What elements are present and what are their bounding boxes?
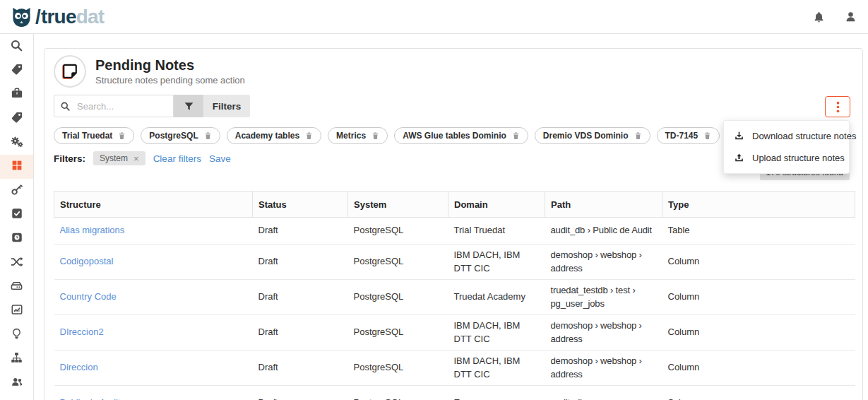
upload-icon: [734, 153, 744, 163]
path-cell: truedat_testdb › test › pg_user_jobs: [545, 280, 662, 315]
system-cell: PostgreSQL: [348, 280, 448, 315]
status-cell: Draft: [253, 351, 348, 386]
chip-aws-glue-tables-dominio[interactable]: AWS Glue tables Dominio: [394, 127, 528, 144]
table-row: DIreccion2 Draft PostgreSQL IBM DACH, IB…: [54, 315, 855, 351]
path-cell: demoshop › webshop › address: [545, 315, 662, 351]
notifications-bell-icon[interactable]: [813, 11, 825, 23]
structure-link[interactable]: DIreccion2: [60, 327, 104, 337]
trash-icon[interactable]: [204, 131, 212, 140]
key-icon: [11, 183, 23, 199]
upload-structure-notes-item[interactable]: Upload structure notes: [724, 147, 849, 169]
structures-table: Structure Status System Domain Path Type…: [54, 191, 855, 400]
download-icon: [734, 131, 744, 141]
chip-postgresql[interactable]: PostgreSQL: [141, 127, 220, 144]
search-input-icon: [60, 101, 71, 112]
filters-label: Filters:: [54, 153, 85, 164]
status-cell: Draft: [253, 315, 348, 351]
sidebar-item-structures[interactable]: [0, 155, 33, 179]
users-icon: [10, 375, 24, 391]
structure-link[interactable]: Public de Audit: [60, 397, 121, 400]
system-cell: PostgreSQL: [348, 351, 448, 386]
clock-box-icon: [11, 231, 23, 247]
search-input[interactable]: [76, 100, 167, 112]
sidebar-item-permissions[interactable]: [0, 179, 33, 203]
chart-icon: [11, 303, 23, 319]
save-filters-link[interactable]: Save: [209, 153, 231, 164]
filters-button[interactable]: Filters: [203, 95, 250, 117]
sidebar-item-ideas[interactable]: [0, 323, 33, 347]
applied-filter-system[interactable]: System ×: [93, 151, 145, 165]
structure-link[interactable]: Codigopostal: [60, 256, 114, 266]
type-cell: Column: [662, 280, 855, 315]
column-header-domain: Domain: [448, 192, 545, 218]
type-cell: Table: [662, 218, 855, 245]
column-header-system: System: [348, 192, 448, 218]
domain-cell: Truedat Academy: [448, 280, 545, 315]
trash-icon[interactable]: [512, 131, 520, 140]
structure-link[interactable]: Country Code: [60, 291, 117, 302]
trash-icon[interactable]: [371, 131, 379, 140]
server-icon: [10, 279, 23, 295]
sidebar-item-executions[interactable]: [0, 227, 33, 251]
structure-link[interactable]: Alias migrations: [60, 225, 125, 235]
chip-trial-truedat[interactable]: Trial Truedat: [54, 127, 134, 144]
status-cell: Draft: [253, 280, 348, 315]
column-header-type: Type: [662, 192, 855, 218]
sidebar-item-taxonomy[interactable]: [0, 107, 33, 131]
chip-td-7145[interactable]: TD-7145: [657, 127, 720, 144]
filter-funnel-button[interactable]: [174, 95, 203, 117]
kebab-icon: [836, 101, 840, 113]
download-structure-notes-item[interactable]: Download structure notes: [724, 125, 849, 147]
logo-wordmark: /truedat: [34, 7, 104, 27]
more-actions-button[interactable]: [825, 96, 850, 117]
sidebar-item-lineage[interactable]: [0, 251, 33, 275]
table-header-row: Structure Status System Domain Path Type: [54, 192, 855, 218]
domain-cell: IBM DACH, IBM DTT CIC: [448, 351, 545, 386]
truedat-logo[interactable]: /truedat: [10, 6, 104, 28]
pending-notes-panel: Pending Notes Structure notes pending so…: [44, 48, 863, 400]
sidebar-item-search[interactable]: [0, 35, 33, 59]
sidebar-item-quality[interactable]: [0, 203, 33, 227]
sidebar-item-glossary[interactable]: [0, 59, 33, 83]
tags-icon: [11, 111, 23, 127]
structure-link[interactable]: Direccion: [60, 362, 98, 372]
clear-filters-link[interactable]: Clear filters: [153, 153, 201, 164]
sidebar-item-catalog[interactable]: [0, 83, 33, 107]
trash-icon[interactable]: [703, 131, 711, 140]
sidebar-item-dashboards[interactable]: [0, 299, 33, 323]
trash-icon[interactable]: [634, 131, 642, 140]
note-icon: [61, 62, 79, 81]
sidebar-item-systems[interactable]: [0, 275, 33, 299]
status-cell: Draft: [253, 218, 348, 245]
page-title: Pending Notes: [95, 57, 245, 73]
trash-icon[interactable]: [305, 131, 313, 140]
system-cell: PostgreSQL: [348, 315, 448, 351]
trash-icon[interactable]: [118, 131, 126, 140]
status-cell: Draft: [253, 245, 348, 280]
sidebar-item-users[interactable]: [0, 371, 33, 395]
column-header-structure: Structure: [54, 192, 253, 218]
chip-metrics[interactable]: Metrics: [328, 127, 388, 144]
column-header-path: Path: [545, 192, 662, 218]
table-row: Public de Audit Draft PostgreSQL Economy…: [54, 386, 855, 400]
briefcase-icon: [11, 87, 23, 102]
domain-cell: Economy: [448, 386, 545, 400]
check-square-icon: [11, 207, 23, 223]
actions-dropdown: Download structure notes Upload structur…: [723, 120, 850, 174]
sidebar-nav: [0, 34, 34, 400]
system-cell: PostgreSQL: [348, 386, 448, 400]
sidebar-item-admin[interactable]: [0, 131, 33, 155]
table-row: Alias migrations Draft PostgreSQL Trial …: [54, 218, 855, 245]
funnel-icon: [184, 101, 194, 112]
path-cell: demoshop › webshop › address: [545, 351, 662, 386]
sidebar-item-domains[interactable]: [0, 347, 33, 371]
system-cell: PostgreSQL: [348, 218, 448, 245]
user-account-icon[interactable]: [845, 11, 857, 23]
owl-logo-icon: [10, 6, 33, 28]
chip-academy-tables[interactable]: Academy tables: [227, 127, 321, 144]
gears-icon: [10, 135, 23, 151]
type-cell: Column: [662, 315, 855, 351]
chip-dremio-vds-dominio[interactable]: Dremio VDS Dominio: [535, 127, 650, 144]
page-subtitle: Structure notes pending some action: [95, 75, 245, 86]
close-icon[interactable]: ×: [133, 154, 139, 163]
